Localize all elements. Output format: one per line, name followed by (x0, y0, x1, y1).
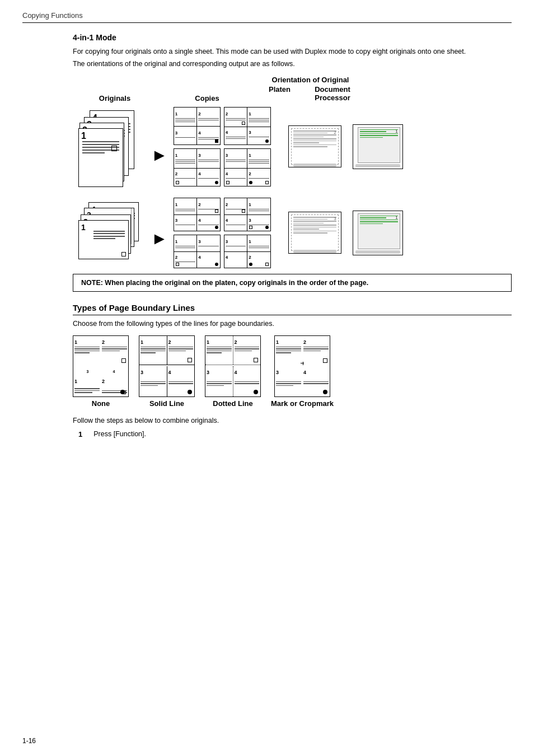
section-title: 4-in-1 Mode (73, 33, 512, 42)
boundary-cropmark: 1 2 (271, 335, 334, 408)
col-header-orientation: Orientation of Original Platen Document … (269, 76, 352, 102)
footer-page: 1-16 (22, 737, 36, 745)
label-dotted: Dotted Line (213, 399, 253, 408)
boundary-dotted: 1 2 (205, 335, 261, 408)
label-solid: Solid Line (149, 399, 184, 408)
col-header-originals: Originals (78, 94, 151, 102)
follow-steps-text: Follow the steps as below to combine ori… (73, 417, 512, 424)
platen-img-1: 2 (288, 125, 341, 167)
section-4in1: 4-in-1 Mode For copying four originals o… (73, 33, 512, 292)
section-desc1: For copying four originals onto a single… (73, 46, 512, 57)
boundary-desc: Choose from the following types of the l… (73, 320, 512, 328)
section-desc2: The orientations of the original and cor… (73, 60, 512, 68)
label-cropmark: Mark or Cropmark (271, 399, 334, 408)
step1-text: Press [Function]. (93, 430, 146, 438)
docproc-img-1: 1 (353, 124, 403, 169)
page-header: Copying Functions (22, 11, 512, 23)
originals-stack-2: 4 3 2 1 (78, 202, 146, 264)
boundary-solid: 1 2 (139, 335, 195, 408)
boundary-none: 1 2 (73, 335, 129, 408)
col-header-copies: Copies (151, 94, 263, 102)
section-boundary: Types of Page Boundary Lines Choose from… (73, 303, 512, 438)
arrow-1: ► (151, 146, 168, 165)
copies-col-1: 1 2 (174, 107, 277, 186)
platen-img-2: 3 (288, 212, 341, 254)
label-none: None (92, 399, 110, 408)
note-box: NOTE: When placing the original on the p… (73, 274, 512, 292)
arrow-2: ► (151, 229, 168, 248)
step1-num: 1 (78, 430, 82, 438)
copies-col-2: 1 2 (174, 198, 277, 268)
boundary-title: Types of Page Boundary Lines (73, 303, 512, 315)
originals-stack-1: 4 3 2 (78, 110, 146, 183)
docproc-img-2: 1 (353, 211, 403, 255)
